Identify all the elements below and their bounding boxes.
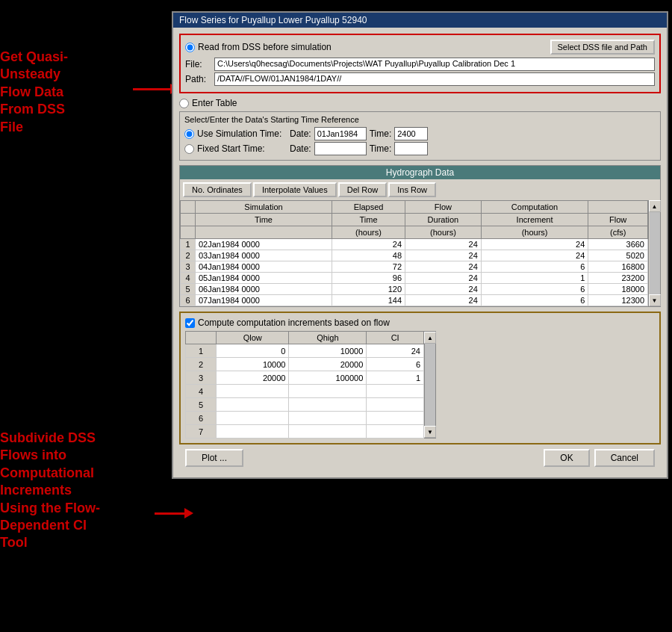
ci-scroll-down[interactable]: ▼ — [424, 426, 436, 438]
cancel-button[interactable]: Cancel — [594, 449, 655, 467]
ci-ci[interactable]: 24 — [367, 344, 424, 358]
list-item[interactable]: 5 — [186, 398, 424, 412]
fixed-time-field[interactable] — [394, 142, 428, 155]
comp-inc[interactable]: 1 — [481, 273, 588, 284]
ci-qlow[interactable]: 0 — [217, 344, 289, 358]
scroll-down-arrow[interactable]: ▼ — [649, 294, 661, 306]
hydro-col1-h3 — [196, 226, 332, 239]
hydro-col4-h3: (hours) — [481, 226, 588, 239]
comp-inc[interactable]: 6 — [481, 295, 588, 306]
ci-ci[interactable]: 1 — [367, 371, 424, 385]
comp-inc[interactable]: 24 — [481, 239, 588, 250]
sim-time[interactable]: 04Jan1984 0000 — [196, 261, 332, 273]
ci-checkbox[interactable] — [185, 318, 195, 328]
ci-ci[interactable]: 6 — [367, 358, 424, 371]
flow[interactable]: 5020 — [588, 250, 648, 261]
sim-time[interactable]: 05Jan1984 0000 — [196, 273, 332, 284]
path-value[interactable]: /DATA//FLOW/01JAN1984/1DAY// — [214, 72, 655, 86]
row-id: 1 — [181, 239, 196, 250]
hydro-scrollbar[interactable]: ▲ ▼ — [648, 200, 660, 306]
sim-time[interactable]: 03Jan1984 0000 — [196, 250, 332, 261]
file-label: File: — [185, 59, 211, 69]
ci-qhigh[interactable] — [289, 425, 367, 439]
ci-qhigh[interactable]: 10000 — [289, 344, 367, 358]
ci-ci[interactable] — [367, 398, 424, 412]
comp-inc[interactable]: 6 — [481, 284, 588, 295]
flow[interactable]: 18000 — [588, 284, 648, 295]
fixed-date-field[interactable] — [314, 142, 367, 155]
flow-dur[interactable]: 24 — [405, 250, 482, 261]
table-row[interactable]: 4 05Jan1984 0000 96 24 1 23200 — [181, 273, 648, 284]
sim-time-field[interactable] — [394, 127, 428, 140]
enter-table-label: Enter Table — [192, 98, 237, 108]
ci-qhigh[interactable] — [289, 412, 367, 425]
sim-time[interactable]: 02Jan1984 0000 — [196, 239, 332, 250]
scroll-up-arrow[interactable]: ▲ — [649, 200, 661, 212]
fixed-start-radio[interactable] — [184, 144, 194, 154]
list-item[interactable]: 4 — [186, 385, 424, 398]
ci-qhigh[interactable]: 20000 — [289, 358, 367, 371]
list-item[interactable]: 2 10000 20000 6 — [186, 358, 424, 371]
select-dss-button[interactable]: Select DSS file and Path — [550, 40, 655, 55]
ins-row-button[interactable]: Ins Row — [388, 182, 436, 197]
sim-time[interactable]: 06Jan1984 0000 — [196, 284, 332, 295]
table-row[interactable]: 6 07Jan1984 0000 144 24 6 12300 — [181, 295, 648, 306]
interpolate-button[interactable]: Interpolate Values — [253, 182, 337, 197]
ci-scroll-track[interactable] — [425, 344, 435, 426]
table-row[interactable]: 3 04Jan1984 0000 72 24 6 16800 — [181, 261, 648, 273]
ci-table: Qlow Qhigh CI 1 0 10000 24 2 10000 20000… — [185, 331, 424, 439]
ci-ci[interactable] — [367, 425, 424, 439]
flow[interactable]: 23200 — [588, 273, 648, 284]
ci-qlow[interactable] — [217, 412, 289, 425]
flow-dur[interactable]: 24 — [405, 261, 482, 273]
sim-date-field[interactable] — [314, 127, 367, 140]
flow[interactable]: 3660 — [588, 239, 648, 250]
del-row-button[interactable]: Del Row — [338, 182, 388, 197]
table-row[interactable]: 5 06Jan1984 0000 120 24 6 18000 — [181, 284, 648, 295]
ci-qhigh[interactable] — [289, 398, 367, 412]
flow[interactable]: 12300 — [588, 295, 648, 306]
scroll-track[interactable] — [650, 212, 660, 294]
ci-qlow[interactable] — [217, 398, 289, 412]
comp-inc[interactable]: 6 — [481, 261, 588, 273]
plot-button[interactable]: Plot ... — [185, 449, 243, 467]
flow-dur[interactable]: 24 — [405, 239, 482, 250]
elapsed[interactable]: 96 — [332, 273, 405, 284]
ok-button[interactable]: OK — [544, 449, 589, 467]
elapsed[interactable]: 24 — [332, 239, 405, 250]
ci-row-id: 5 — [186, 398, 217, 412]
ci-qlow[interactable] — [217, 425, 289, 439]
enter-table-radio[interactable] — [179, 99, 189, 108]
ci-ci[interactable] — [367, 385, 424, 398]
use-sim-time-radio[interactable] — [184, 129, 194, 139]
no-ordinates-button[interactable]: No. Ordinates — [183, 182, 252, 197]
elapsed[interactable]: 144 — [332, 295, 405, 306]
list-item[interactable]: 6 — [186, 412, 424, 425]
flow-dur[interactable]: 24 — [405, 273, 482, 284]
flow-dur[interactable]: 24 — [405, 284, 482, 295]
time-label2: Time: — [370, 143, 392, 154]
comp-inc[interactable]: 24 — [481, 250, 588, 261]
list-item[interactable]: 7 — [186, 425, 424, 439]
read-dss-radio[interactable] — [185, 43, 195, 52]
elapsed[interactable]: 120 — [332, 284, 405, 295]
table-row[interactable]: 1 02Jan1984 0000 24 24 24 3660 — [181, 239, 648, 250]
list-item[interactable]: 3 20000 100000 1 — [186, 371, 424, 385]
flow-dur[interactable]: 24 — [405, 295, 482, 306]
ci-scrollbar[interactable]: ▲ ▼ — [424, 331, 436, 439]
table-row[interactable]: 2 03Jan1984 0000 48 24 24 5020 — [181, 250, 648, 261]
ci-qlow[interactable]: 10000 — [217, 358, 289, 371]
file-value[interactable]: C:\Users\q0hecsag\Documents\Projects\WAT… — [214, 58, 655, 71]
ci-ci[interactable] — [367, 412, 424, 425]
elapsed[interactable]: 48 — [332, 250, 405, 261]
sim-time[interactable]: 07Jan1984 0000 — [196, 295, 332, 306]
ci-qhigh[interactable] — [289, 385, 367, 398]
list-item[interactable]: 1 0 10000 24 — [186, 344, 424, 358]
ci-qhigh[interactable]: 100000 — [289, 371, 367, 385]
ci-qlow[interactable]: 20000 — [217, 371, 289, 385]
hydro-col0-h3 — [181, 226, 196, 239]
ci-scroll-up[interactable]: ▲ — [424, 332, 436, 344]
elapsed[interactable]: 72 — [332, 261, 405, 273]
ci-qlow[interactable] — [217, 385, 289, 398]
flow[interactable]: 16800 — [588, 261, 648, 273]
